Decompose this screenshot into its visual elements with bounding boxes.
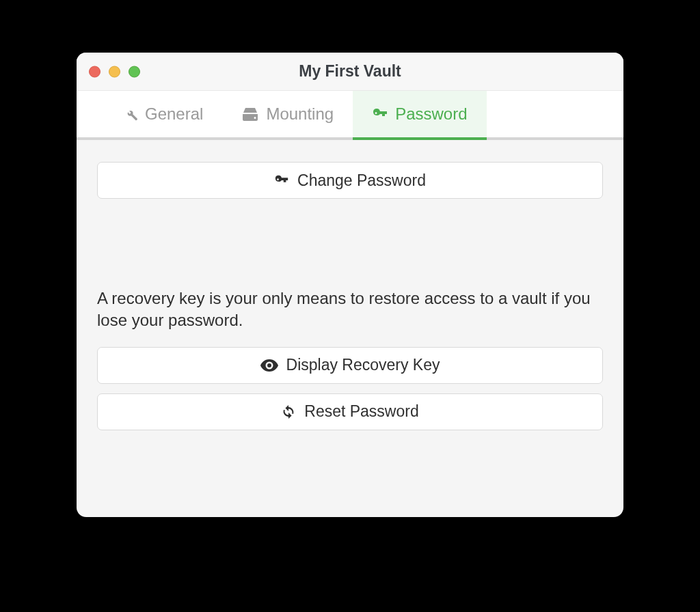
window-title: My First Vault xyxy=(77,62,623,81)
display-recovery-key-button[interactable]: Display Recovery Key xyxy=(97,347,603,384)
tab-bar: General Mounting Password xyxy=(77,91,623,140)
zoom-window-button[interactable] xyxy=(129,66,140,77)
change-password-label: Change Password xyxy=(297,171,426,190)
key-icon xyxy=(372,106,388,122)
recovery-button-group: Display Recovery Key Reset Password xyxy=(97,347,603,430)
app-window: My First Vault General Mounting xyxy=(77,53,623,517)
display-recovery-key-label: Display Recovery Key xyxy=(286,356,440,374)
refresh-icon xyxy=(281,404,296,419)
spacer xyxy=(97,199,603,288)
change-password-button[interactable]: Change Password xyxy=(97,162,603,199)
tab-mounting-label: Mounting xyxy=(266,105,334,124)
window-controls xyxy=(89,66,140,77)
recovery-key-description: A recovery key is your only means to res… xyxy=(97,288,603,332)
tab-mounting[interactable]: Mounting xyxy=(222,91,353,137)
tab-content-password: Change Password A recovery key is your o… xyxy=(77,140,623,517)
tab-general-label: General xyxy=(145,105,203,124)
tab-password[interactable]: Password xyxy=(353,91,486,137)
tab-password-label: Password xyxy=(395,105,467,124)
titlebar: My First Vault xyxy=(77,53,623,91)
wrench-icon xyxy=(123,107,138,122)
minimize-window-button[interactable] xyxy=(109,66,120,77)
drive-icon xyxy=(241,107,259,121)
key-icon xyxy=(274,173,289,188)
eye-icon xyxy=(260,359,278,372)
reset-password-label: Reset Password xyxy=(304,402,418,421)
close-window-button[interactable] xyxy=(89,66,100,77)
tab-general[interactable]: General xyxy=(104,91,222,137)
reset-password-button[interactable]: Reset Password xyxy=(97,393,603,430)
